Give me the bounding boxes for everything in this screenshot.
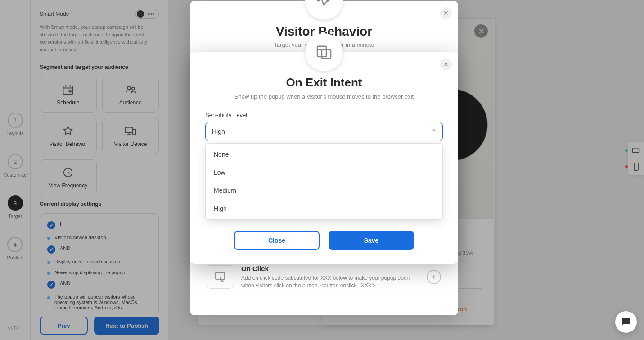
option-high[interactable]: High [206, 199, 442, 218]
option-none[interactable]: None [206, 145, 442, 163]
option-thumb-icon [207, 265, 233, 289]
exit-intent-modal: ✕ On Exit Intent Show up the popup when … [190, 52, 458, 264]
modal-close-button[interactable]: ✕ [440, 7, 452, 19]
close-button[interactable]: Close [234, 231, 320, 250]
chevron-up-icon: ⌃ [432, 128, 436, 135]
modal-icon-bubble [305, 33, 343, 71]
add-option-button[interactable]: + [427, 270, 441, 284]
sensibility-dropdown: None Low Medium High [205, 143, 443, 220]
modal-title: On Exit Intent [190, 76, 458, 90]
option-desc: Add on click code substituted for XXX be… [241, 274, 419, 290]
sensibility-select[interactable]: High ⌃ [205, 122, 443, 141]
cursor-click-icon [315, 0, 333, 10]
sensibility-label: Sensibility Level [205, 112, 443, 118]
option-title: On Click [241, 265, 419, 272]
pointer-icon [213, 270, 227, 284]
select-value: High [212, 128, 225, 135]
browser-exit-icon [315, 43, 333, 61]
modal-close-button[interactable]: ✕ [440, 59, 452, 70]
option-low[interactable]: Low [206, 163, 442, 181]
option-medium[interactable]: Medium [206, 181, 442, 199]
save-button[interactable]: Save [329, 231, 414, 250]
modal-subtitle: Show up the popup when a visitor's mouse… [190, 93, 458, 100]
chat-icon [621, 317, 631, 327]
chat-widget-button[interactable] [615, 311, 637, 333]
modal-icon-bubble [305, 0, 343, 20]
